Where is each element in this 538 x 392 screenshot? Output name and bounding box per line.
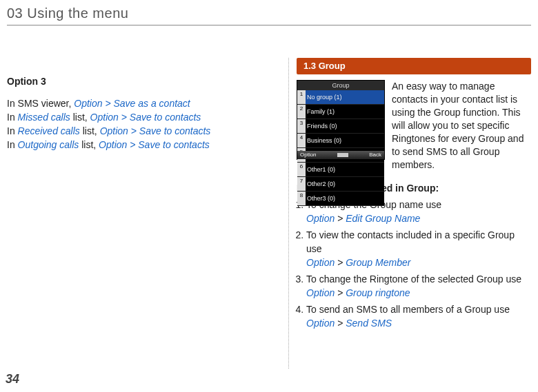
page: 03 Using the menu Option 3 In SMS viewer… — [0, 0, 538, 392]
text: list, — [70, 112, 90, 123]
menu-action: Group Member — [346, 257, 410, 268]
function-text: To change the Ringtone of the selected G… — [306, 274, 521, 285]
phone-row-icon: 4 — [297, 134, 306, 147]
menu-option: Option — [306, 257, 335, 268]
text: In — [7, 112, 18, 123]
page-number: 34 — [6, 372, 19, 386]
phone-row-icon: 3 — [297, 119, 306, 133]
menu-option: Option — [306, 318, 335, 329]
phone-row: 8 Other3 (0) — [297, 192, 384, 206]
function-text: To send an SMS to all members of a Group… — [306, 304, 510, 315]
menu-action: Edit Group Name — [346, 213, 420, 224]
phone-row-label: Other1 (0) — [307, 163, 335, 176]
phone-header: Group — [297, 81, 384, 90]
function-text: To view the contacts included in a speci… — [306, 229, 515, 254]
menu-sep: > — [335, 287, 346, 298]
menu-sep: > — [335, 318, 346, 329]
phone-row-icon: 8 — [297, 192, 306, 205]
phone-row-icon: 1 — [297, 90, 306, 104]
left-column: Option 3 In SMS viewer, Option > Save as… — [7, 74, 283, 152]
title-divider — [7, 25, 531, 25]
menu-option: Option — [306, 287, 335, 298]
section-header-group: 1.3 Group — [297, 58, 531, 74]
phone-row-label: Friends (0) — [307, 119, 337, 133]
text: In — [7, 139, 18, 150]
phone-row: 3 Friends (0) — [297, 119, 384, 134]
list-name: Outgoing calls — [18, 139, 79, 150]
text: In — [7, 125, 18, 136]
phone-footer: Option Back — [297, 151, 384, 159]
phone-row-label: Other2 (0) — [307, 177, 335, 191]
menu-path: Option > Save to contacts — [99, 139, 210, 150]
group-intro-row: Group 1 No group (1) 2 Family (1) 3 Frie… — [297, 80, 531, 172]
phone-row-icon: 7 — [297, 177, 306, 191]
page-title: 03 Using the menu — [7, 6, 128, 21]
phone-screenshot: Group 1 No group (1) 2 Family (1) 3 Frie… — [297, 80, 385, 160]
phone-footer-right: Back — [369, 148, 381, 162]
phone-row: 7 Other2 (0) — [297, 177, 384, 192]
menu-action: Group ringtone — [346, 287, 410, 298]
menu-path: Option > Save to contacts — [90, 112, 201, 123]
text: In SMS viewer, — [7, 98, 74, 109]
option3-line-1: In SMS viewer, Option > Save as a contac… — [7, 96, 283, 110]
text: list, — [80, 125, 100, 136]
phone-footer-mid-icon — [337, 153, 348, 157]
text: list, — [79, 139, 99, 150]
function-item: To view the contacts included in a speci… — [306, 228, 531, 269]
option3-line-4: In Outgoing calls list, Option > Save to… — [7, 138, 283, 152]
phone-row-label: No group (1) — [307, 90, 342, 104]
menu-path: Option > Save as a contact — [74, 98, 190, 109]
menu-sep: > — [335, 213, 346, 224]
group-intro-text: An easy way to manage contacts in your c… — [392, 80, 531, 172]
function-item: To change the Ringtone of the selected G… — [306, 272, 531, 300]
list-name: Missed calls — [18, 112, 70, 123]
phone-row-label: Family (1) — [307, 105, 335, 118]
phone-row: 4 Business (0) — [297, 134, 384, 148]
column-divider — [288, 58, 289, 369]
functions-list: To change the Group name use Option > Ed… — [297, 198, 531, 330]
phone-row-icon: 6 — [297, 163, 306, 176]
option3-line-3: In Received calls list, Option > Save to… — [7, 124, 283, 138]
phone-footer-left: Option — [300, 148, 317, 162]
list-name: Received calls — [18, 125, 80, 136]
menu-option: Option — [306, 213, 335, 224]
function-item: To send an SMS to all members of a Group… — [306, 302, 531, 330]
phone-row-icon: 2 — [297, 105, 306, 118]
phone-rows: 1 No group (1) 2 Family (1) 3 Friends (0… — [297, 90, 384, 151]
phone-row: 6 Other1 (0) — [297, 163, 384, 177]
phone-row-label: Other3 (0) — [307, 192, 335, 205]
menu-sep: > — [335, 257, 346, 268]
option3-line-2: In Missed calls list, Option > Save to c… — [7, 110, 283, 124]
right-column: 1.3 Group Group 1 No group (1) 2 Family … — [297, 58, 531, 333]
phone-row: 1 No group (1) — [297, 90, 384, 105]
menu-action: Send SMS — [346, 318, 392, 329]
option3-heading: Option 3 — [7, 74, 283, 88]
phone-row: 2 Family (1) — [297, 105, 384, 119]
phone-row-label: Business (0) — [307, 134, 341, 147]
menu-path: Option > Save to contacts — [100, 125, 211, 136]
